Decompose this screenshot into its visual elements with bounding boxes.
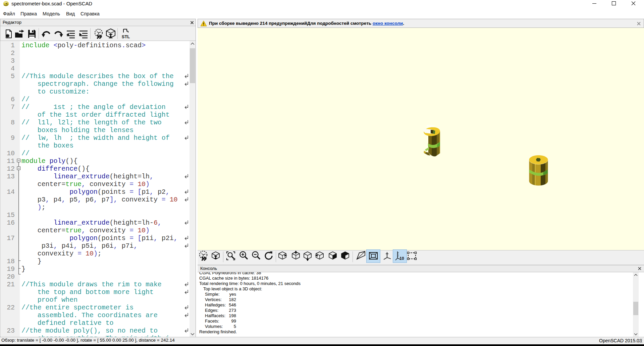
svg-text:STL: STL [122,34,130,39]
svg-text:10: 10 [399,256,404,261]
